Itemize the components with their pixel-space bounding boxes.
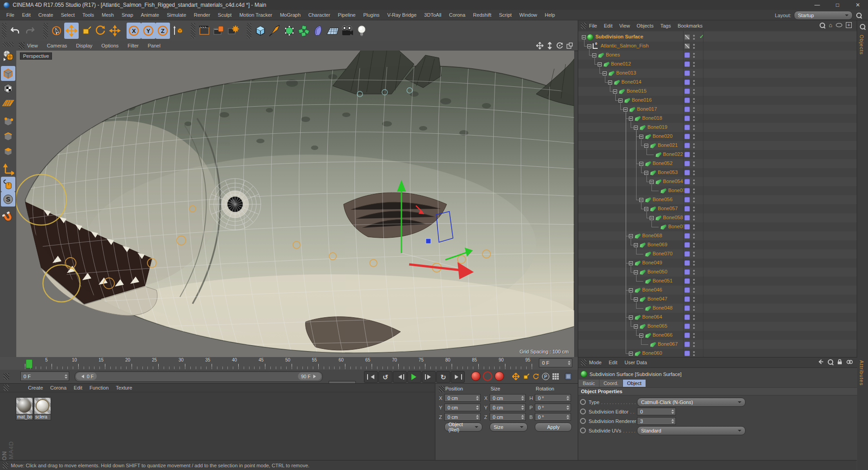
material-thumbnail[interactable] <box>16 397 33 414</box>
key-position-icon[interactable] <box>511 372 521 381</box>
lock-z-axis-button[interactable]: Z <box>156 23 170 39</box>
tree-row[interactable]: Bone057 <box>578 204 857 213</box>
minimize-button[interactable]: — <box>807 0 827 10</box>
expand-collapse-icon[interactable] <box>644 207 648 211</box>
bone-icon[interactable] <box>639 124 646 132</box>
add-light-button[interactable] <box>354 23 369 39</box>
attribute-tab-object[interactable]: Object <box>623 380 646 387</box>
weight-tag[interactable] <box>684 206 690 212</box>
visibility-dots[interactable] <box>693 261 695 263</box>
object-manager-menu-item[interactable]: View <box>619 23 630 28</box>
tree-row[interactable]: Bone052 <box>578 159 857 168</box>
object-tree[interactable]: Subdivision Surface✓Atlantic_Salmon_Fish… <box>578 31 857 357</box>
tree-row[interactable]: Bone017 <box>578 105 857 114</box>
weight-tag[interactable] <box>684 143 690 148</box>
visibility-dots[interactable] <box>693 116 695 118</box>
animation-palette-icon[interactable] <box>563 372 573 381</box>
tree-row[interactable]: Atlantic_Salmon_Fish <box>578 42 857 51</box>
goto-end-button[interactable] <box>451 371 465 383</box>
timeline-grip[interactable] <box>4 373 9 380</box>
viewport-menu-item[interactable]: View <box>27 43 38 48</box>
attribute-dropdown[interactable]: Standard <box>637 426 745 435</box>
coordinate-field[interactable]: 0 cm <box>490 413 526 421</box>
bone-icon[interactable] <box>649 169 657 177</box>
tweak-mode-button[interactable] <box>1 177 15 192</box>
expand-collapse-icon[interactable] <box>650 216 654 220</box>
menu-item[interactable]: Snap <box>122 12 133 18</box>
menu-item[interactable]: Character <box>308 12 330 18</box>
previous-frame-button[interactable] <box>393 371 407 383</box>
weight-tag[interactable] <box>684 61 690 67</box>
add-spline-pen-button[interactable] <box>268 23 282 39</box>
bone-icon[interactable] <box>633 233 641 240</box>
tree-row[interactable]: Bone022 <box>578 150 857 159</box>
visibility-dots[interactable] <box>693 143 695 145</box>
tree-row[interactable]: Subdivision Surface✓ <box>578 33 857 42</box>
menu-item[interactable]: Help <box>545 12 555 18</box>
tree-row[interactable]: Bone013 <box>578 69 857 78</box>
bone-icon[interactable] <box>639 269 646 276</box>
menu-item[interactable]: Render <box>194 12 210 18</box>
visibility-dots[interactable] <box>693 152 695 154</box>
viewport-toggle-icon[interactable] <box>566 42 573 49</box>
toolbar-grip[interactable] <box>2 23 6 38</box>
object-name[interactable]: Bone051 <box>653 278 673 283</box>
polygons-mode-button[interactable] <box>1 144 15 159</box>
weight-tag[interactable] <box>684 188 690 193</box>
dock-tab-objects[interactable]: Objects <box>859 35 864 55</box>
expand-collapse-icon[interactable] <box>639 135 643 139</box>
tree-row[interactable]: Bone018 <box>578 114 857 123</box>
viewport-menu-item[interactable]: Filter <box>127 43 138 48</box>
make-editable-button[interactable] <box>1 48 15 63</box>
weight-tag[interactable] <box>684 242 690 248</box>
visibility-dots[interactable] <box>693 351 695 353</box>
object-name[interactable]: Subdivision Surface <box>595 34 643 39</box>
attribute-grip[interactable] <box>581 359 586 366</box>
visibility-dots[interactable] <box>693 324 695 326</box>
menu-item[interactable]: Plugins <box>363 12 379 18</box>
bone-icon[interactable] <box>644 197 651 204</box>
weight-tag[interactable] <box>684 116 690 121</box>
object-name[interactable]: Bone022 <box>663 151 683 157</box>
visibility-dots[interactable] <box>693 170 695 172</box>
attribute-spinner[interactable]: 3 <box>637 417 676 425</box>
expand-collapse-icon[interactable] <box>623 108 627 112</box>
tree-row[interactable]: Bone069 <box>578 240 857 249</box>
add-floor-button[interactable] <box>326 23 340 39</box>
object-name[interactable]: Bone053 <box>658 169 678 175</box>
object-name[interactable]: Bone016 <box>632 97 652 103</box>
visibility-dots[interactable] <box>693 333 695 335</box>
coordinate-field[interactable]: 0 cm <box>490 394 526 402</box>
bone-icon[interactable] <box>654 215 662 222</box>
viewport-zoom-icon[interactable] <box>546 42 553 49</box>
range-start-handle[interactable]: 0 F <box>76 372 97 380</box>
coordinate-field[interactable]: 0 cm <box>444 394 481 402</box>
expand-collapse-icon[interactable] <box>639 162 643 166</box>
object-name[interactable]: Bone057 <box>658 206 678 211</box>
redo-button[interactable] <box>23 23 37 39</box>
object-name[interactable]: Bones <box>606 52 620 57</box>
material-name[interactable]: mat_bo <box>16 414 33 420</box>
tree-row[interactable]: Bone056 <box>578 195 857 204</box>
texture-mode-button[interactable] <box>1 81 15 96</box>
viewport-menu-item[interactable]: Cameras <box>47 43 67 48</box>
tree-row[interactable]: Bone014 <box>578 78 857 87</box>
weight-tag[interactable] <box>684 324 690 329</box>
expand-collapse-icon[interactable] <box>608 80 612 85</box>
add-subdivision-surface-button[interactable] <box>282 23 297 39</box>
weight-tag[interactable] <box>684 342 690 347</box>
scale-tool[interactable] <box>79 23 93 39</box>
object-name[interactable]: Bone056 <box>653 197 673 202</box>
ruler-frame-field[interactable]: 0 F <box>539 358 572 367</box>
object-name[interactable]: Bone049 <box>642 260 662 265</box>
weight-tag[interactable] <box>684 89 690 94</box>
object-name[interactable]: Bone020 <box>653 133 673 139</box>
toolbar-grip[interactable] <box>247 23 251 38</box>
object-manager-menu-item[interactable]: Edit <box>604 23 613 28</box>
weight-tag[interactable] <box>684 260 690 266</box>
bone-icon[interactable] <box>633 350 641 357</box>
bone-icon[interactable] <box>633 115 641 122</box>
expand-collapse-icon[interactable] <box>634 126 638 130</box>
tree-row[interactable]: Bones <box>578 51 857 60</box>
tree-row[interactable]: Bone065 <box>578 322 857 331</box>
